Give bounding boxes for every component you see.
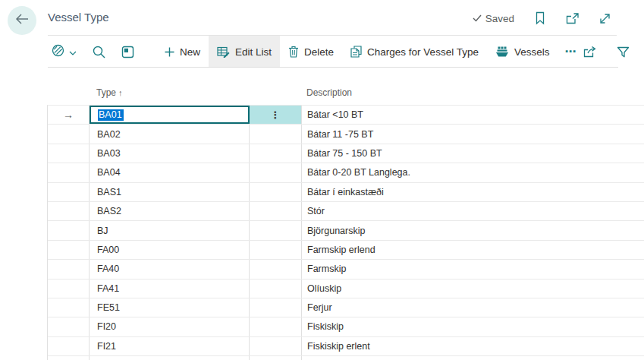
type-cell[interactable]: BA03 — [90, 144, 250, 163]
row-menu-cell[interactable]: ⋮ — [250, 317, 302, 336]
type-cell[interactable]: FI21 — [90, 337, 250, 355]
table-row: → BA03 ⋮ Bátar 75 - 150 BT — [48, 144, 644, 163]
row-selector-cell[interactable]: → — [48, 279, 90, 298]
edit-list-button[interactable]: Edit List — [209, 36, 280, 68]
row-menu-cell[interactable]: ⋮ — [250, 144, 302, 163]
description-cell[interactable]: Bátar 0-20 BT Langlega. — [302, 163, 644, 182]
description-cell[interactable]: Bátar í einkastæði — [302, 183, 644, 201]
row-selector-cell[interactable]: → — [48, 144, 90, 163]
description-cell[interactable]: Ferjur — [302, 298, 644, 317]
description-cell[interactable]: Bátar <10 BT — [302, 106, 644, 124]
table-row: → FA41 ⋮ Olíuskip — [48, 279, 644, 298]
vessels-button-label: Vessels — [514, 46, 550, 58]
row-selector-cell[interactable]: → — [48, 298, 90, 317]
row-selector-cell[interactable]: → — [48, 183, 90, 201]
row-menu-cell[interactable]: ⋮ — [250, 183, 302, 201]
vessels-button[interactable]: Vessels — [487, 36, 558, 68]
type-cell[interactable]: FA40 — [90, 260, 250, 278]
share-icon[interactable] — [583, 46, 597, 58]
row-menu-cell[interactable]: ⋮ — [250, 202, 302, 220]
edit-list-button-label: Edit List — [235, 46, 272, 58]
type-cell[interactable]: BAS1 — [90, 183, 250, 201]
search-icon[interactable] — [93, 36, 105, 68]
row-selector-cell[interactable]: → — [48, 221, 90, 239]
row-selector-cell[interactable]: → — [48, 106, 90, 124]
description-cell[interactable]: Bátar 75 - 150 BT — [302, 144, 644, 163]
row-selector-cell[interactable]: → — [48, 241, 90, 259]
open-in-new-window-icon[interactable] — [566, 13, 579, 24]
page-title: Vessel Type — [48, 11, 109, 24]
table-row: → BA02 ⋮ Bátar 11 -75 BT — [48, 125, 644, 144]
saved-indicator: Saved — [473, 13, 514, 24]
description-cell[interactable]: Bátar 11 -75 BT — [302, 125, 644, 143]
new-button-label: New — [180, 46, 200, 58]
arrow-left-icon — [14, 13, 30, 28]
expand-icon[interactable] — [599, 13, 611, 24]
row-menu-cell[interactable]: ⋮ — [250, 163, 302, 182]
description-cell[interactable]: Björgunarskip — [302, 221, 644, 239]
back-button[interactable] — [8, 6, 36, 35]
description-cell[interactable]: Stór — [302, 202, 644, 220]
table-row: → FI21 ⋮ Fiskiskip erlent — [48, 337, 644, 356]
views-icon — [52, 44, 64, 60]
description-cell[interactable]: Fiskiskip — [302, 317, 644, 336]
row-menu-cell[interactable]: ⋮ — [250, 260, 302, 278]
row-menu-cell[interactable]: ⋮ — [250, 337, 302, 355]
table-row: → BA01 ⋮ Bátar <10 BT — [48, 106, 644, 125]
analyze-icon[interactable] — [121, 36, 134, 68]
row-menu-cell[interactable]: ⋮ — [250, 279, 302, 298]
description-cell[interactable]: Farmskip — [302, 260, 644, 278]
row-selector-cell[interactable]: → — [48, 163, 90, 182]
toolbar-divider-line — [48, 67, 618, 68]
description-cell[interactable]: Fiskiskip erlent — [302, 337, 644, 355]
action-bar: New Edit List Delete — [0, 36, 644, 68]
type-cell[interactable]: BA04 — [90, 163, 250, 182]
ship-icon — [495, 46, 509, 57]
row-menu-icon: ⋮ — [271, 110, 281, 120]
row-selector-cell[interactable]: → — [48, 202, 90, 220]
column-header-description[interactable]: Description — [301, 87, 644, 98]
delete-button[interactable]: Delete — [280, 36, 342, 68]
charges-for-vessel-type-button[interactable]: Charges for Vessel Type — [342, 36, 487, 68]
current-row-indicator-icon: → — [63, 109, 74, 120]
more-options-icon[interactable]: ⋯ — [558, 36, 583, 68]
column-header-type[interactable]: Type↑ — [89, 87, 249, 98]
row-selector-cell[interactable]: → — [48, 260, 90, 278]
edit-list-icon — [217, 46, 230, 58]
filter-icon[interactable] — [617, 46, 630, 58]
table-row-partial — [47, 356, 644, 360]
table-row: → BAS1 ⋮ Bátar í einkastæði — [48, 183, 644, 202]
type-cell[interactable]: BA01 — [90, 106, 250, 124]
views-selector[interactable] — [52, 36, 77, 68]
type-cell[interactable]: FE51 — [90, 298, 250, 317]
bookmark-icon[interactable] — [535, 11, 545, 25]
row-menu-cell[interactable]: ⋮ — [250, 241, 302, 259]
charges-button-label: Charges for Vessel Type — [367, 46, 479, 58]
table-body: → BA01 ⋮ Bátar <10 BT → BA02 ⋮ Bátar 11 … — [47, 105, 644, 356]
row-menu-cell[interactable]: ⋮ — [250, 125, 302, 143]
row-selector-cell[interactable]: → — [48, 125, 90, 143]
chevron-down-icon — [69, 45, 77, 58]
document-pages-icon — [350, 46, 362, 58]
saved-label: Saved — [485, 13, 514, 24]
table-row: → BAS2 ⋮ Stór — [48, 202, 644, 221]
row-selector-cell[interactable]: → — [48, 337, 90, 355]
row-menu-cell[interactable]: ⋮ — [250, 221, 302, 239]
type-cell[interactable]: BAS2 — [90, 202, 250, 220]
row-selector-cell[interactable]: → — [48, 317, 90, 336]
vessel-type-list: Type↑ Description → BA01 ⋮ Bátar <10 BT … — [47, 68, 644, 356]
table-row: → BA04 ⋮ Bátar 0-20 BT Langlega. — [48, 163, 644, 182]
description-cell[interactable]: Olíuskip — [302, 279, 644, 298]
type-cell[interactable]: BA02 — [90, 125, 250, 143]
row-menu-cell[interactable]: ⋮ — [250, 106, 302, 124]
table-row: → BJ ⋮ Björgunarskip — [48, 221, 644, 240]
table-row: → FA00 ⋮ Farmskip erlend — [48, 241, 644, 260]
new-button[interactable]: New — [156, 36, 209, 68]
type-cell[interactable]: FA41 — [90, 279, 250, 298]
type-cell[interactable]: BJ — [90, 221, 250, 239]
table-row: → FI20 ⋮ Fiskiskip — [48, 317, 644, 336]
description-cell[interactable]: Farmskip erlend — [302, 241, 644, 259]
row-menu-cell[interactable]: ⋮ — [250, 298, 302, 317]
type-cell[interactable]: FI20 — [90, 317, 250, 336]
type-cell[interactable]: FA00 — [90, 241, 250, 259]
